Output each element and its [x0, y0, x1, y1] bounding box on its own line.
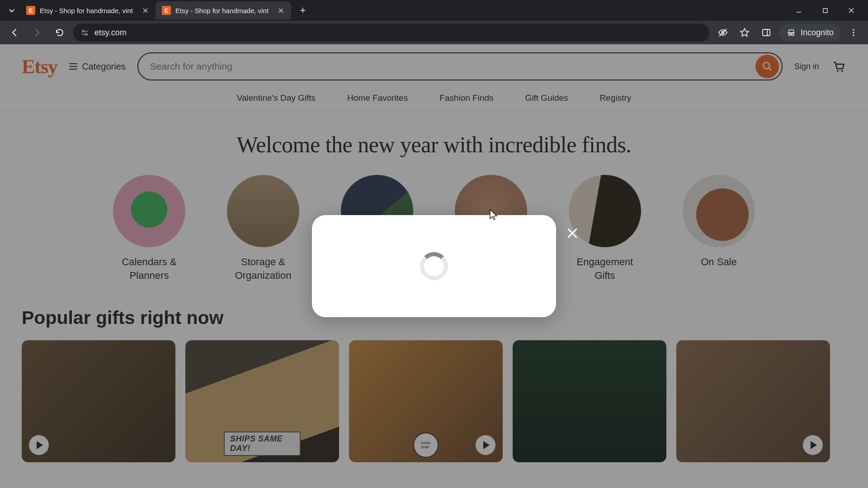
tab-bar: E Etsy - Shop for handmade, vint E Etsy … — [0, 0, 868, 21]
forward-button[interactable] — [28, 23, 46, 42]
page-content: Etsy Categories Sign in Valentine's Day … — [0, 44, 868, 488]
svg-point-7 — [853, 29, 854, 30]
incognito-badge[interactable]: Incognito — [779, 24, 841, 41]
bookmark-star-icon[interactable] — [736, 23, 754, 42]
new-tab-button[interactable]: + — [295, 2, 311, 19]
window-close-button[interactable] — [838, 1, 864, 19]
svg-point-8 — [853, 32, 854, 33]
etsy-favicon-icon: E — [26, 6, 35, 15]
maximize-button[interactable] — [812, 1, 838, 19]
back-button[interactable] — [5, 23, 24, 42]
etsy-favicon-icon: E — [162, 6, 171, 15]
browser-tab-1[interactable]: E Etsy - Shop for handmade, vint — [156, 1, 291, 19]
site-settings-icon[interactable] — [80, 28, 89, 37]
window-controls — [786, 1, 864, 19]
svg-point-9 — [853, 34, 854, 36]
loading-modal — [312, 215, 556, 317]
browser-chrome: E Etsy - Shop for handmade, vint E Etsy … — [0, 0, 868, 44]
svg-point-6 — [792, 33, 794, 35]
url-input[interactable]: etsy.com — [73, 23, 709, 42]
svg-rect-4 — [763, 29, 770, 36]
incognito-label: Incognito — [801, 28, 834, 38]
browser-tab-0[interactable]: E Etsy - Shop for handmade, vint — [20, 1, 156, 19]
tab-title: Etsy - Shop for handmade, vint — [175, 7, 272, 14]
modal-close-button[interactable] — [563, 224, 581, 242]
close-icon[interactable] — [277, 6, 285, 14]
browser-menu-button[interactable] — [844, 23, 863, 42]
panel-icon[interactable] — [757, 23, 775, 42]
address-bar: etsy.com Incognito — [0, 21, 868, 44]
svg-point-5 — [788, 33, 791, 35]
minimize-button[interactable] — [786, 1, 812, 19]
tabs-dropdown-icon[interactable] — [4, 2, 20, 19]
reload-button[interactable] — [51, 23, 69, 42]
svg-rect-0 — [823, 9, 827, 13]
close-icon — [566, 226, 579, 240]
svg-point-2 — [85, 33, 87, 35]
svg-point-1 — [82, 30, 84, 32]
incognito-icon — [786, 28, 796, 38]
modal-wrapper — [312, 215, 556, 317]
blocked-eye-icon[interactable] — [714, 23, 732, 42]
close-icon[interactable] — [141, 6, 149, 14]
url-text: etsy.com — [94, 28, 127, 38]
tab-title: Etsy - Shop for handmade, vint — [40, 7, 137, 14]
spinner-icon — [420, 252, 448, 280]
modal-overlay[interactable] — [0, 44, 868, 488]
